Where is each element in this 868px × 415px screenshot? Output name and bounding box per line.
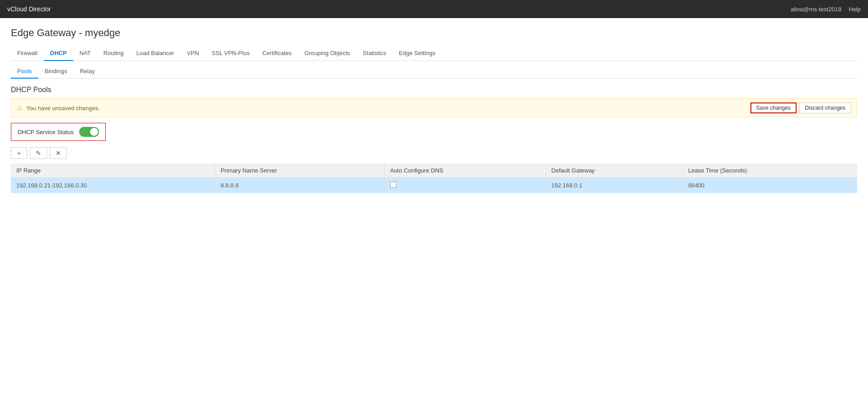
delete-icon: ✕ — [56, 149, 61, 157]
unsaved-changes-banner: ⚠ You have unsaved changes. Save changes… — [11, 98, 857, 117]
delete-button[interactable]: ✕ — [50, 147, 67, 159]
table-header-row: IP Range Primary Name Server Auto Config… — [11, 163, 857, 178]
help-link[interactable]: Help — [849, 6, 861, 13]
add-icon: + — [17, 149, 21, 157]
tab-vpn[interactable]: VPN — [180, 46, 205, 61]
edit-icon: ✎ — [36, 149, 41, 157]
col-default-gateway: Default Gateway — [546, 163, 683, 178]
service-status-box: DHCP Service Status — [11, 123, 106, 141]
cell-ip-range: 192.168.0.21-192.168.0.30 — [11, 178, 215, 193]
service-status-label: DHCP Service Status — [18, 129, 74, 135]
tab-ssl-vpn-plus[interactable]: SSL VPN-Plus — [205, 46, 256, 61]
col-primary-name-server: Primary Name Server — [215, 163, 384, 178]
toggle-slider — [79, 127, 99, 137]
tab-pools[interactable]: Pools — [11, 65, 38, 79]
tab-bindings[interactable]: Bindings — [38, 65, 74, 79]
tab-statistics[interactable]: Statistics — [356, 46, 392, 61]
col-auto-configure-dns: Auto Configure DNS — [384, 163, 546, 178]
cell-auto-configure-dns — [384, 178, 546, 193]
topbar-user: alina@ms-test2018 — [791, 6, 841, 13]
service-status-toggle[interactable] — [79, 127, 99, 137]
cell-lease-time: 86400 — [683, 178, 857, 193]
toolbar: + ✎ ✕ — [11, 147, 857, 159]
topbar-right: alina@ms-test2018 Help — [791, 6, 861, 13]
warning-icon: ⚠ — [17, 104, 23, 112]
banner-actions: Save changes Discard changes — [750, 103, 851, 113]
cell-primary-name-server: 8.8.8.8 — [215, 178, 384, 193]
tab-certificates[interactable]: Certificates — [256, 46, 298, 61]
dhcp-pools-table: IP Range Primary Name Server Auto Config… — [11, 163, 857, 193]
tab-firewall[interactable]: Firewall — [11, 46, 44, 61]
tab-edge-settings[interactable]: Edge Settings — [392, 46, 442, 61]
primary-tabs: Firewall DHCP NAT Routing Load Balancer … — [11, 46, 857, 61]
page-content: Edge Gateway - myedge Firewall DHCP NAT … — [0, 18, 868, 415]
add-button[interactable]: + — [11, 147, 27, 159]
tab-relay[interactable]: Relay — [73, 65, 101, 79]
col-lease-time: Lease Time (Seconds) — [683, 163, 857, 178]
banner-message: You have unsaved changes. — [26, 105, 100, 112]
tab-dhcp[interactable]: DHCP — [44, 46, 73, 61]
cell-default-gateway: 192.168.0.1 — [546, 178, 683, 193]
tab-load-balancer[interactable]: Load Balancer — [130, 46, 181, 61]
secondary-tabs: Pools Bindings Relay — [11, 65, 857, 79]
tab-grouping-objects[interactable]: Grouping Objects — [298, 46, 356, 61]
auto-dns-checkbox — [390, 182, 396, 188]
topbar: vCloud Director alina@ms-test2018 Help — [0, 0, 868, 18]
col-ip-range: IP Range — [11, 163, 215, 178]
app-name: vCloud Director — [7, 5, 51, 13]
save-changes-button[interactable]: Save changes — [750, 103, 797, 113]
edit-button[interactable]: ✎ — [30, 147, 47, 159]
page-title: Edge Gateway - myedge — [11, 27, 857, 39]
tab-routing[interactable]: Routing — [97, 46, 130, 61]
table-row[interactable]: 192.168.0.21-192.168.0.30 8.8.8.8 192.16… — [11, 178, 857, 193]
section-title: DHCP Pools — [11, 86, 857, 94]
discard-changes-button[interactable]: Discard changes — [799, 103, 851, 113]
banner-message-area: ⚠ You have unsaved changes. — [17, 104, 100, 112]
tab-nat[interactable]: NAT — [73, 46, 97, 61]
